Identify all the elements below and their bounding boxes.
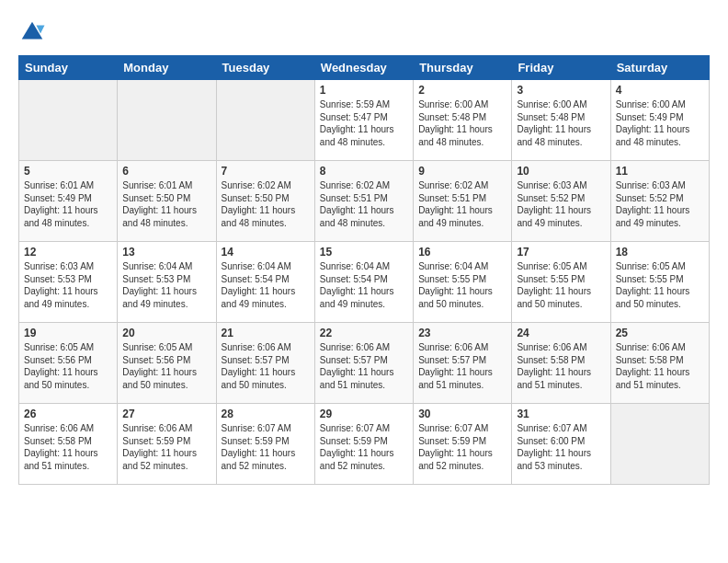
cell-content: Sunrise: 6:04 AM Sunset: 5:53 PM Dayligh… (122, 260, 210, 310)
day-number: 22 (320, 327, 408, 339)
cell-content: Sunrise: 6:01 AM Sunset: 5:50 PM Dayligh… (122, 179, 210, 229)
cell-content: Sunrise: 6:03 AM Sunset: 5:52 PM Dayligh… (517, 179, 605, 229)
cell-content: Sunrise: 5:59 AM Sunset: 5:47 PM Dayligh… (320, 98, 408, 148)
calendar-week-row: 5Sunrise: 6:01 AM Sunset: 5:49 PM Daylig… (19, 161, 710, 242)
page-header (18, 18, 710, 46)
day-number: 21 (222, 327, 310, 339)
day-number: 24 (517, 327, 605, 339)
day-header-sunday: Sunday (19, 56, 118, 80)
day-header-thursday: Thursday (414, 56, 512, 80)
day-number: 18 (616, 246, 704, 259)
calendar-cell: 24Sunrise: 6:06 AM Sunset: 5:58 PM Dayli… (512, 323, 610, 404)
calendar-cell: 13Sunrise: 6:04 AM Sunset: 5:53 PM Dayli… (118, 242, 216, 323)
calendar-cell: 18Sunrise: 6:05 AM Sunset: 5:55 PM Dayli… (610, 242, 709, 323)
calendar-week-row: 12Sunrise: 6:03 AM Sunset: 5:53 PM Dayli… (19, 242, 710, 323)
day-header-monday: Monday (118, 56, 216, 80)
calendar-cell: 3Sunrise: 6:00 AM Sunset: 5:48 PM Daylig… (512, 80, 610, 161)
cell-content: Sunrise: 6:05 AM Sunset: 5:56 PM Dayligh… (122, 341, 210, 391)
logo (18, 18, 50, 46)
calendar-week-row: 19Sunrise: 6:05 AM Sunset: 5:56 PM Dayli… (19, 323, 710, 404)
cell-content: Sunrise: 6:01 AM Sunset: 5:49 PM Dayligh… (24, 179, 112, 229)
cell-content: Sunrise: 6:00 AM Sunset: 5:49 PM Dayligh… (616, 98, 704, 148)
calendar-cell: 27Sunrise: 6:06 AM Sunset: 5:59 PM Dayli… (118, 404, 216, 485)
cell-content: Sunrise: 6:06 AM Sunset: 5:58 PM Dayligh… (616, 341, 704, 391)
day-number: 29 (320, 408, 408, 420)
day-number: 5 (24, 165, 112, 178)
calendar-cell: 6Sunrise: 6:01 AM Sunset: 5:50 PM Daylig… (118, 161, 216, 242)
day-number: 23 (418, 327, 506, 339)
cell-content: Sunrise: 6:06 AM Sunset: 5:58 PM Dayligh… (24, 422, 112, 472)
day-number: 10 (517, 165, 605, 178)
day-number: 14 (222, 246, 310, 259)
calendar-cell (216, 80, 314, 161)
calendar-cell: 11Sunrise: 6:03 AM Sunset: 5:52 PM Dayli… (610, 161, 709, 242)
day-number: 6 (122, 165, 210, 178)
calendar-cell: 12Sunrise: 6:03 AM Sunset: 5:53 PM Dayli… (19, 242, 118, 323)
cell-content: Sunrise: 6:07 AM Sunset: 5:59 PM Dayligh… (320, 422, 408, 472)
day-number: 7 (222, 165, 310, 178)
calendar-cell: 16Sunrise: 6:04 AM Sunset: 5:55 PM Dayli… (414, 242, 512, 323)
day-header-friday: Friday (512, 56, 610, 80)
days-header-row: SundayMondayTuesdayWednesdayThursdayFrid… (19, 56, 710, 80)
day-number: 1 (320, 84, 408, 97)
calendar-cell: 31Sunrise: 6:07 AM Sunset: 6:00 PM Dayli… (512, 404, 610, 485)
calendar-cell: 1Sunrise: 5:59 AM Sunset: 5:47 PM Daylig… (314, 80, 413, 161)
day-number: 17 (517, 246, 605, 259)
day-number: 26 (24, 408, 112, 420)
cell-content: Sunrise: 6:04 AM Sunset: 5:55 PM Dayligh… (418, 260, 506, 310)
calendar-cell (610, 404, 709, 485)
day-header-wednesday: Wednesday (314, 56, 413, 80)
calendar-cell: 2Sunrise: 6:00 AM Sunset: 5:48 PM Daylig… (414, 80, 512, 161)
cell-content: Sunrise: 6:02 AM Sunset: 5:50 PM Dayligh… (222, 179, 310, 229)
day-number: 31 (517, 408, 605, 420)
cell-content: Sunrise: 6:05 AM Sunset: 5:55 PM Dayligh… (517, 260, 605, 310)
cell-content: Sunrise: 6:06 AM Sunset: 5:58 PM Dayligh… (517, 341, 605, 391)
cell-content: Sunrise: 6:02 AM Sunset: 5:51 PM Dayligh… (418, 179, 506, 229)
cell-content: Sunrise: 6:07 AM Sunset: 5:59 PM Dayligh… (418, 422, 506, 472)
calendar-cell: 23Sunrise: 6:06 AM Sunset: 5:57 PM Dayli… (414, 323, 512, 404)
cell-content: Sunrise: 6:04 AM Sunset: 5:54 PM Dayligh… (320, 260, 408, 310)
logo-icon (18, 18, 46, 46)
cell-content: Sunrise: 6:00 AM Sunset: 5:48 PM Dayligh… (418, 98, 506, 148)
day-number: 4 (616, 84, 704, 97)
calendar-cell: 22Sunrise: 6:06 AM Sunset: 5:57 PM Dayli… (314, 323, 413, 404)
cell-content: Sunrise: 6:06 AM Sunset: 5:57 PM Dayligh… (418, 341, 506, 391)
cell-content: Sunrise: 6:02 AM Sunset: 5:51 PM Dayligh… (320, 179, 408, 229)
calendar-cell: 17Sunrise: 6:05 AM Sunset: 5:55 PM Dayli… (512, 242, 610, 323)
calendar-table: SundayMondayTuesdayWednesdayThursdayFrid… (18, 55, 710, 485)
calendar-cell: 4Sunrise: 6:00 AM Sunset: 5:49 PM Daylig… (610, 80, 709, 161)
calendar-week-row: 26Sunrise: 6:06 AM Sunset: 5:58 PM Dayli… (19, 404, 710, 485)
cell-content: Sunrise: 6:06 AM Sunset: 5:59 PM Dayligh… (122, 422, 210, 472)
cell-content: Sunrise: 6:04 AM Sunset: 5:54 PM Dayligh… (222, 260, 310, 310)
day-number: 9 (418, 165, 506, 178)
day-number: 28 (222, 408, 310, 420)
calendar-cell: 7Sunrise: 6:02 AM Sunset: 5:50 PM Daylig… (216, 161, 314, 242)
cell-content: Sunrise: 6:05 AM Sunset: 5:56 PM Dayligh… (24, 341, 112, 391)
calendar-cell: 21Sunrise: 6:06 AM Sunset: 5:57 PM Dayli… (216, 323, 314, 404)
calendar-cell: 30Sunrise: 6:07 AM Sunset: 5:59 PM Dayli… (414, 404, 512, 485)
cell-content: Sunrise: 6:07 AM Sunset: 6:00 PM Dayligh… (517, 422, 605, 472)
cell-content: Sunrise: 6:07 AM Sunset: 5:59 PM Dayligh… (222, 422, 310, 472)
calendar-cell: 29Sunrise: 6:07 AM Sunset: 5:59 PM Dayli… (314, 404, 413, 485)
calendar-cell: 19Sunrise: 6:05 AM Sunset: 5:56 PM Dayli… (19, 323, 118, 404)
calendar-week-row: 1Sunrise: 5:59 AM Sunset: 5:47 PM Daylig… (19, 80, 710, 161)
calendar-cell (118, 80, 216, 161)
cell-content: Sunrise: 6:03 AM Sunset: 5:53 PM Dayligh… (24, 260, 112, 310)
day-number: 3 (517, 84, 605, 97)
calendar-cell: 8Sunrise: 6:02 AM Sunset: 5:51 PM Daylig… (314, 161, 413, 242)
day-number: 15 (320, 246, 408, 259)
day-number: 25 (616, 327, 704, 339)
cell-content: Sunrise: 6:00 AM Sunset: 5:48 PM Dayligh… (517, 98, 605, 148)
calendar-cell: 10Sunrise: 6:03 AM Sunset: 5:52 PM Dayli… (512, 161, 610, 242)
day-number: 19 (24, 327, 112, 339)
calendar-cell: 26Sunrise: 6:06 AM Sunset: 5:58 PM Dayli… (19, 404, 118, 485)
cell-content: Sunrise: 6:03 AM Sunset: 5:52 PM Dayligh… (616, 179, 704, 229)
cell-content: Sunrise: 6:06 AM Sunset: 5:57 PM Dayligh… (222, 341, 310, 391)
day-number: 27 (122, 408, 210, 420)
calendar-cell: 25Sunrise: 6:06 AM Sunset: 5:58 PM Dayli… (610, 323, 709, 404)
calendar-cell (19, 80, 118, 161)
calendar-cell: 14Sunrise: 6:04 AM Sunset: 5:54 PM Dayli… (216, 242, 314, 323)
day-number: 12 (24, 246, 112, 259)
day-header-saturday: Saturday (610, 56, 709, 80)
day-number: 13 (122, 246, 210, 259)
